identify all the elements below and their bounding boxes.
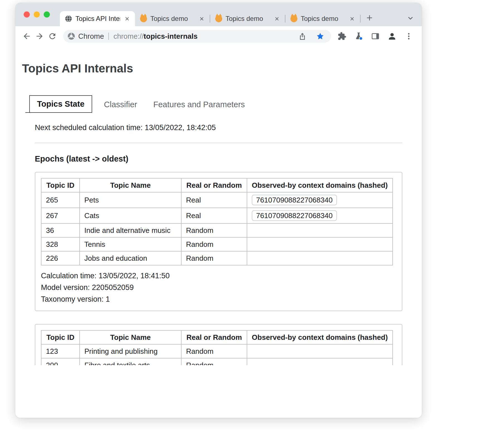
page-title: Topics API Internals <box>22 62 415 75</box>
col-real-or-random: Real or Random <box>181 330 247 344</box>
table-row: 265PetsReal7610709088227068340 <box>41 192 393 208</box>
window-controls <box>24 3 57 26</box>
domain-hash: 7610709088227068340 <box>252 210 337 221</box>
browser-tab-topics-internals[interactable]: Topics API Intern <box>60 11 135 26</box>
domains-cell <box>247 223 393 237</box>
menu-dots-icon[interactable] <box>403 30 415 42</box>
tab-title: Topics demo <box>150 15 195 23</box>
real-random-cell: Random <box>181 344 247 358</box>
table-row: 36Indie and alternative musicRandom <box>41 223 393 237</box>
topic-name-cell: Printing and publishing <box>80 344 181 358</box>
url-host: topics-internals <box>144 32 198 40</box>
cat-icon <box>215 15 222 22</box>
profile-avatar[interactable] <box>386 30 398 42</box>
domains-cell: 7610709088227068340 <box>247 208 393 223</box>
tab-title: Topics demo <box>301 15 345 23</box>
panel-gap <box>35 311 402 324</box>
divider <box>35 143 402 143</box>
real-random-cell: Real <box>181 208 247 223</box>
omnibox-actions <box>297 30 326 42</box>
domains-cell <box>247 251 393 265</box>
browser-tab-topics-demo-1[interactable]: Topics demo <box>135 11 210 26</box>
table-row: 328TennisRandom <box>41 237 393 251</box>
epochs-heading: Epochs (latest -> oldest) <box>35 154 402 164</box>
topic-id-cell: 328 <box>41 237 80 251</box>
table-row: 123Printing and publishingRandom <box>41 344 393 358</box>
real-random-cell: Random <box>181 251 247 265</box>
domains-cell <box>247 344 393 358</box>
viewport-clip: Topic ID Topic Name Real or Random Obser… <box>35 324 402 365</box>
domains-cell <box>247 237 393 251</box>
topic-name-cell: Fibre and textile arts <box>80 358 181 365</box>
reload-button[interactable] <box>46 30 59 43</box>
side-panel-icon[interactable] <box>370 30 381 42</box>
chip-divider <box>108 33 109 40</box>
tab-title: Topics demo <box>226 15 270 23</box>
table-header-row: Topic ID Topic Name Real or Random Obser… <box>41 330 393 344</box>
url-text: chrome://topics-internals <box>113 32 292 41</box>
browser-toolbar: Chrome chrome://topics-internals <box>15 26 422 46</box>
topic-id-cell: 36 <box>41 223 80 237</box>
back-button[interactable] <box>20 30 33 43</box>
next-calculation-time: Next scheduled calculation time: 13/05/2… <box>35 123 402 132</box>
page-content: Topics API Internals Topics State Classi… <box>15 46 422 365</box>
zoom-window-button[interactable] <box>44 11 50 18</box>
calculation-time: Calculation time: 13/05/2022, 18:41:50 <box>41 270 396 282</box>
cat-icon <box>140 15 147 22</box>
minimize-window-button[interactable] <box>34 11 40 18</box>
close-window-button[interactable] <box>24 11 30 18</box>
extensions-puzzle-icon[interactable] <box>336 30 348 42</box>
col-topic-name: Topic Name <box>80 330 181 344</box>
col-real-or-random: Real or Random <box>181 178 247 192</box>
labs-flask-icon[interactable] <box>353 30 364 42</box>
real-random-cell: Random <box>181 237 247 251</box>
real-random-cell: Random <box>181 358 247 365</box>
tab-list: Topics API Intern Topics demo Topics dem… <box>60 3 422 26</box>
toolbar-actions <box>336 30 415 42</box>
topic-name-cell: Pets <box>80 192 181 208</box>
close-tab-icon[interactable] <box>349 15 356 22</box>
real-random-cell: Random <box>181 223 247 237</box>
topic-name-cell: Jobs and education <box>80 251 181 265</box>
topic-name-cell: Tennis <box>80 237 181 251</box>
new-tab-button[interactable] <box>364 13 375 23</box>
close-tab-icon[interactable] <box>124 15 131 22</box>
site-chip: Chrome <box>67 32 104 41</box>
tab-topics-state[interactable]: Topics State <box>29 95 92 113</box>
domain-hash: 7610709088227068340 <box>252 195 337 205</box>
bookmark-star-icon[interactable] <box>314 30 326 42</box>
table-header-row: Topic ID Topic Name Real or Random Obser… <box>41 178 393 192</box>
topic-id-cell: 200 <box>41 358 80 365</box>
forward-button[interactable] <box>33 30 46 43</box>
share-icon[interactable] <box>297 30 308 42</box>
tab-strip: Topics API Intern Topics demo Topics dem… <box>15 3 422 26</box>
table-row: 200Fibre and textile artsRandom <box>41 358 393 365</box>
chevron-down-icon[interactable] <box>407 14 414 22</box>
tab-title: Topics API Intern <box>75 15 120 23</box>
site-chip-label: Chrome <box>78 32 104 41</box>
globe-icon <box>65 15 72 22</box>
page-tab-bar: Topics State Classifier Features and Par… <box>25 95 415 113</box>
real-random-cell: Real <box>181 192 247 208</box>
close-tab-icon[interactable] <box>273 15 280 22</box>
address-bar[interactable]: Chrome chrome://topics-internals <box>63 30 331 43</box>
topics-table: Topic ID Topic Name Real or Random Obser… <box>41 330 393 365</box>
tab-features-parameters[interactable]: Features and Parameters <box>147 96 251 113</box>
browser-tab-topics-demo-2[interactable]: Topics demo <box>210 11 285 26</box>
browser-window: Topics API Intern Topics demo Topics dem… <box>15 3 422 418</box>
topic-id-cell: 265 <box>41 192 80 208</box>
topic-name-cell: Indie and alternative music <box>80 223 181 237</box>
chrome-logo-icon <box>67 32 75 40</box>
close-tab-icon[interactable] <box>198 15 205 22</box>
topic-id-cell: 226 <box>41 251 80 265</box>
browser-tab-topics-demo-3[interactable]: Topics demo <box>285 11 360 26</box>
col-observed-domains: Observed-by context domains (hashed) <box>247 178 393 192</box>
domains-cell: 7610709088227068340 <box>247 192 393 208</box>
url-scheme: chrome:// <box>113 32 143 40</box>
col-observed-domains: Observed-by context domains (hashed) <box>247 330 393 344</box>
model-version: Model version: 2205052059 <box>41 282 396 293</box>
topic-id-cell: 123 <box>41 344 80 358</box>
cat-icon <box>290 15 297 22</box>
col-topic-id: Topic ID <box>41 330 80 344</box>
tab-classifier[interactable]: Classifier <box>98 96 143 113</box>
